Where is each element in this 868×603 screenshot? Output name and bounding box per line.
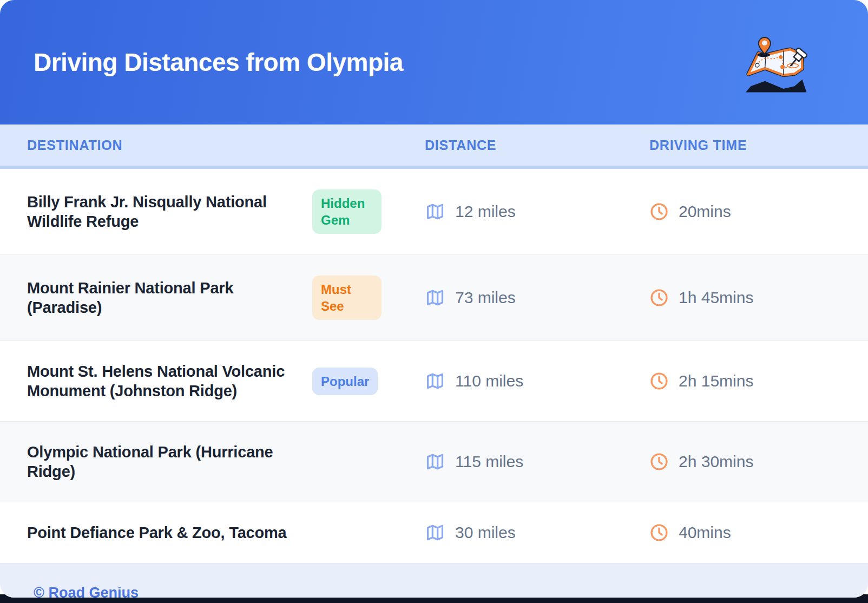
distance-value: 12 miles (455, 202, 516, 221)
distance-cell: 73 miles (425, 287, 649, 308)
map-icon (425, 287, 445, 308)
driving-time-cell: 20mins (649, 202, 846, 221)
destination-name: Billy Frank Jr. Nisqually National Wildl… (27, 192, 300, 231)
distance-cell: 115 miles (425, 451, 649, 472)
footer: © Road Genius (0, 563, 868, 598)
clock-icon (649, 523, 669, 542)
clock-icon (649, 288, 669, 307)
driving-time-cell: 2h 30mins (649, 452, 846, 471)
map-icon (425, 201, 445, 222)
distance-value: 73 miles (455, 289, 516, 307)
destination-name: Mount St. Helens National Volcanic Monum… (27, 362, 300, 401)
map-icon (425, 371, 445, 391)
destination-badge: Must See (312, 276, 382, 320)
destination-name: Point Defiance Park & Zoo, Tacoma (27, 523, 300, 542)
table-row: Billy Frank Jr. Nisqually National Wildl… (0, 169, 868, 254)
driving-time-cell: 40mins (649, 523, 846, 542)
driving-distances-card: Driving Distances from Olympia (0, 0, 868, 598)
driving-time-value: 40mins (679, 523, 731, 542)
destination-cell: Mount St. Helens National Volcanic Monum… (27, 341, 425, 421)
distance-value: 30 miles (455, 523, 516, 542)
clock-icon (649, 452, 669, 471)
map-icon (425, 522, 445, 543)
map-icon (425, 451, 445, 472)
driving-time-value: 1h 45mins (679, 289, 753, 307)
destination-cell: Point Defiance Park & Zoo, Tacoma (27, 502, 425, 563)
driving-time-cell: 2h 15mins (649, 371, 846, 391)
destination-badge: Popular (312, 368, 378, 395)
distance-cell: 110 miles (425, 371, 649, 391)
table-row: Mount Rainier National Park (Paradise) M… (0, 254, 868, 340)
driving-time-cell: 1h 45mins (649, 288, 846, 307)
destination-name: Mount Rainier National Park (Paradise) (27, 278, 300, 317)
driving-time-value: 2h 15mins (679, 372, 753, 390)
destination-cell: Billy Frank Jr. Nisqually National Wildl… (27, 169, 425, 254)
distance-cell: 12 miles (425, 201, 649, 222)
distance-value: 110 miles (455, 372, 523, 390)
destination-badge: Hidden Gem (312, 189, 382, 234)
table-row: Point Defiance Park & Zoo, Tacoma 30 mil… (0, 502, 868, 563)
copyright-text: © Road Genius (34, 585, 139, 598)
driving-time-value: 20mins (679, 202, 731, 221)
column-header-driving-time: DRIVING TIME (649, 137, 846, 153)
column-header-destination: DESTINATION (27, 137, 425, 153)
table-row: Mount St. Helens National Volcanic Monum… (0, 340, 868, 421)
clock-icon (649, 371, 669, 391)
table-header: DESTINATION DISTANCE DRIVING TIME (0, 124, 868, 169)
destination-cell: Mount Rainier National Park (Paradise) M… (27, 255, 425, 340)
destination-name: Olympic National Park (Hurricane Ridge) (27, 442, 300, 481)
page-title: Driving Distances from Olympia (34, 48, 403, 77)
map-illustration-icon (725, 22, 828, 103)
driving-time-value: 2h 30mins (679, 453, 753, 471)
table-body: Billy Frank Jr. Nisqually National Wildl… (0, 169, 868, 563)
column-header-distance: DISTANCE (425, 137, 649, 153)
distance-cell: 30 miles (425, 522, 649, 543)
destination-cell: Olympic National Park (Hurricane Ridge) (27, 422, 425, 502)
clock-icon (649, 202, 669, 221)
distance-value: 115 miles (455, 453, 523, 471)
header: Driving Distances from Olympia (0, 0, 868, 124)
table-row: Olympic National Park (Hurricane Ridge) … (0, 421, 868, 502)
